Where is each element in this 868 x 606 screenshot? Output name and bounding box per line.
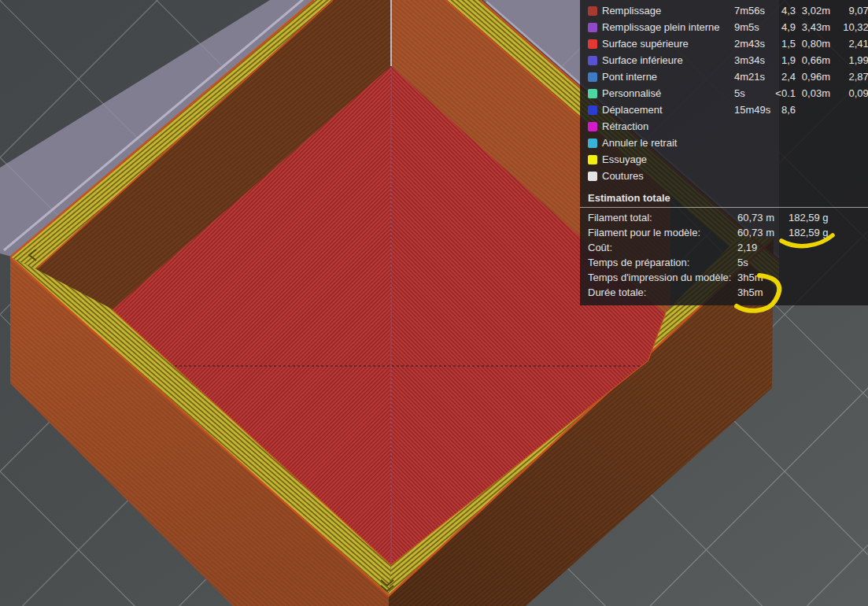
legend-percent: 1,5 (772, 38, 796, 50)
legend-row: Déplacement15m49s8,6 (580, 102, 868, 118)
totals-row: Filament pour le modèle:60,73 m182,59 g (580, 225, 868, 240)
legend-percent: 1,9 (772, 54, 796, 66)
legend-length: 0,80m (796, 38, 830, 50)
legend-feature-label: Surface supérieure (602, 38, 734, 50)
totals-value: 60,73 m (737, 212, 789, 224)
legend-percent: 8,6 (772, 104, 796, 116)
legend-percent: 4,3 (772, 5, 796, 17)
legend-color-swatch (588, 89, 597, 98)
legend-percent: <0.1 (772, 87, 796, 99)
legend-row: Pont interne4m21s2,40,96m2,87g (580, 68, 868, 85)
legend-time: 9m5s (734, 21, 772, 33)
legend-length: 0,96m (796, 71, 830, 83)
legend-weight: 10,32g (830, 21, 868, 33)
totals-label: Filament pour le modèle: (588, 227, 737, 238)
totals-value: 2,19 (737, 242, 789, 253)
legend-color-swatch (588, 6, 597, 16)
totals-table: Filament total:60,73 m182,59 gFilament p… (580, 208, 868, 300)
totals-label: Temps de préparation: (588, 257, 737, 268)
totals-row: Temps d'impression du modèle:3h5m (580, 270, 868, 285)
legend-time: 4m21s (734, 71, 772, 83)
totals-label: Temps d'impression du modèle: (588, 272, 737, 283)
legend-weight: 0,09g (830, 87, 868, 99)
legend-row: Personnalisé5s<0.10,03m0,09g (580, 85, 868, 102)
totals-row: Filament total:60,73 m182,59 g (580, 210, 868, 225)
legend-percent: 4,9 (772, 21, 796, 33)
legend-row: Coutures (580, 168, 868, 184)
legend-feature-label: Coutures (602, 170, 734, 182)
legend-color-swatch (588, 172, 597, 181)
legend-time: 15m49s (734, 104, 772, 116)
legend-feature-label: Rétraction (602, 120, 734, 132)
legend-feature-label: Essuyage (602, 153, 734, 165)
legend-feature-label: Personnalisé (602, 87, 734, 99)
legend-row: Rétraction (580, 118, 868, 135)
legend-feature-label: Surface inférieure (602, 54, 734, 66)
legend-row: Remplissage7m56s4,33,02m9,07g (580, 2, 868, 19)
legend-feature-label: Remplissage plein interne (602, 21, 734, 33)
legend-row: Surface supérieure2m43s1,50,80m2,41g (580, 35, 868, 52)
feature-legend: Remplissage7m56s4,33,02m9,07gRemplissage… (580, 0, 868, 184)
totals-value: 3h5m (737, 286, 789, 298)
legend-feature-label: Pont interne (602, 71, 734, 83)
legend-color-swatch (588, 139, 597, 148)
legend-length: 0,03m (796, 87, 830, 99)
legend-color-swatch (588, 72, 597, 82)
legend-feature-label: Déplacement (602, 104, 734, 116)
legend-row: Surface inférieure3m34s1,90,66m1,99g (580, 52, 868, 68)
totals-value: 3h5m (737, 272, 789, 283)
totals-row: Coût:2,19 (580, 240, 868, 255)
legend-feature-label: Annuler le retrait (602, 137, 734, 149)
legend-time: 3m34s (734, 54, 772, 66)
legend-weight: 2,41g (830, 38, 868, 50)
legend-time: 7m56s (734, 5, 772, 17)
legend-feature-label: Remplissage (602, 5, 734, 17)
legend-color-swatch (588, 39, 597, 49)
totals-row: Temps de préparation:5s (580, 255, 868, 270)
totals-value-secondary: 182,59 g (789, 212, 868, 224)
totals-value: 5s (737, 257, 789, 268)
legend-weight: 2,87g (830, 71, 868, 83)
legend-row: Essuyage (580, 151, 868, 168)
legend-row: Annuler le retrait (580, 135, 868, 151)
totals-label: Coût: (588, 242, 737, 253)
legend-row: Remplissage plein interne9m5s4,93,43m10,… (580, 19, 868, 35)
totals-header: Estimation totale (580, 184, 868, 207)
totals-value-secondary: 182,59 g (789, 227, 868, 238)
legend-color-swatch (588, 155, 597, 164)
totals-label: Durée totale: (588, 286, 737, 298)
totals-value: 60,73 m (737, 227, 789, 238)
legend-time: 2m43s (734, 38, 772, 50)
print-statistics-panel: Remplissage7m56s4,33,02m9,07gRemplissage… (580, 0, 868, 305)
legend-length: 3,02m (796, 5, 830, 17)
legend-weight: 9,07g (830, 5, 868, 17)
legend-length: 0,66m (796, 54, 830, 66)
legend-color-swatch (588, 105, 597, 115)
legend-time: 5s (734, 87, 772, 99)
slicer-3d-viewport[interactable]: Remplissage7m56s4,33,02m9,07gRemplissage… (0, 0, 868, 606)
legend-color-swatch (588, 23, 597, 32)
totals-label: Filament total: (588, 212, 737, 224)
totals-row: Durée totale:3h5m (580, 285, 868, 300)
legend-length: 3,43m (796, 21, 830, 33)
legend-weight: 1,99g (830, 54, 868, 66)
legend-color-swatch (588, 122, 597, 131)
legend-color-swatch (588, 56, 597, 65)
legend-percent: 2,4 (772, 71, 796, 83)
